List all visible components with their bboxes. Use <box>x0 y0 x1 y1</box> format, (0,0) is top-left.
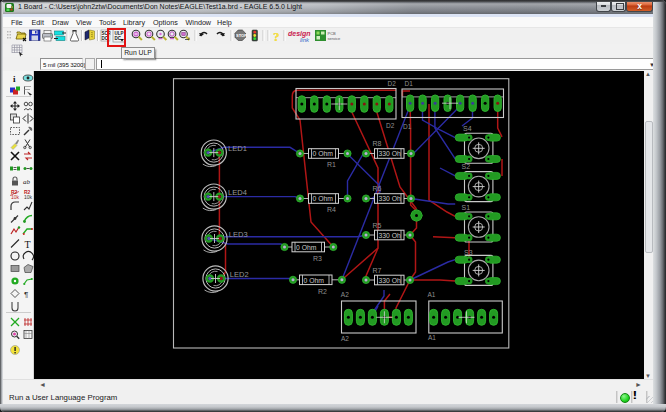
svg-text:S1: S1 <box>462 204 471 211</box>
svg-text:S2: S2 <box>462 163 471 170</box>
svg-text:R2: R2 <box>318 288 327 295</box>
svg-text:330 Oh: 330 Oh <box>379 232 402 239</box>
svg-text:S3: S3 <box>464 249 473 256</box>
svg-text:0 Ohm: 0 Ohm <box>304 277 325 284</box>
svg-text:A1: A1 <box>428 291 436 298</box>
svg-text:330 Oh: 330 Oh <box>379 277 402 284</box>
svg-text:T: T <box>25 238 31 249</box>
svg-text:D1: D1 <box>405 80 414 87</box>
svg-text:R5: R5 <box>373 222 382 229</box>
svg-text:?: ? <box>274 30 280 44</box>
svg-text:STOP: STOP <box>236 33 247 38</box>
svg-text:R3: R3 <box>313 255 322 262</box>
svg-text:¶: ¶ <box>24 290 28 299</box>
svg-text:service: service <box>328 36 341 41</box>
svg-text:LED1: LED1 <box>228 144 247 153</box>
svg-text:i: i <box>13 74 16 84</box>
svg-text:R7: R7 <box>373 267 382 274</box>
svg-text:0 Ohm: 0 Ohm <box>296 244 317 251</box>
svg-text:0 Ohm: 0 Ohm <box>313 195 334 202</box>
svg-text:330 Oh: 330 Oh <box>379 195 402 202</box>
svg-text:D2: D2 <box>386 122 395 129</box>
svg-text:LED4: LED4 <box>228 188 247 197</box>
svg-text:S4: S4 <box>463 125 472 132</box>
svg-text:LED2: LED2 <box>230 270 249 279</box>
svg-text:LED3: LED3 <box>229 230 248 239</box>
svg-text:A2: A2 <box>341 291 349 298</box>
svg-text:0 Ohm: 0 Ohm <box>313 150 334 157</box>
svg-text:A2: A2 <box>341 335 349 342</box>
svg-text:link: link <box>300 37 310 43</box>
svg-text:330 Oh: 330 Oh <box>379 150 402 157</box>
svg-text:ab: ab <box>23 178 31 186</box>
svg-text:10k: 10k <box>24 193 33 199</box>
svg-text:D2: D2 <box>388 80 397 87</box>
svg-text:R6: R6 <box>373 185 382 192</box>
svg-text:R1: R1 <box>327 161 336 168</box>
svg-text:R4: R4 <box>327 206 336 213</box>
svg-text:D1: D1 <box>403 123 412 130</box>
svg-text:A1: A1 <box>428 334 436 341</box>
svg-text:R8: R8 <box>373 140 382 147</box>
